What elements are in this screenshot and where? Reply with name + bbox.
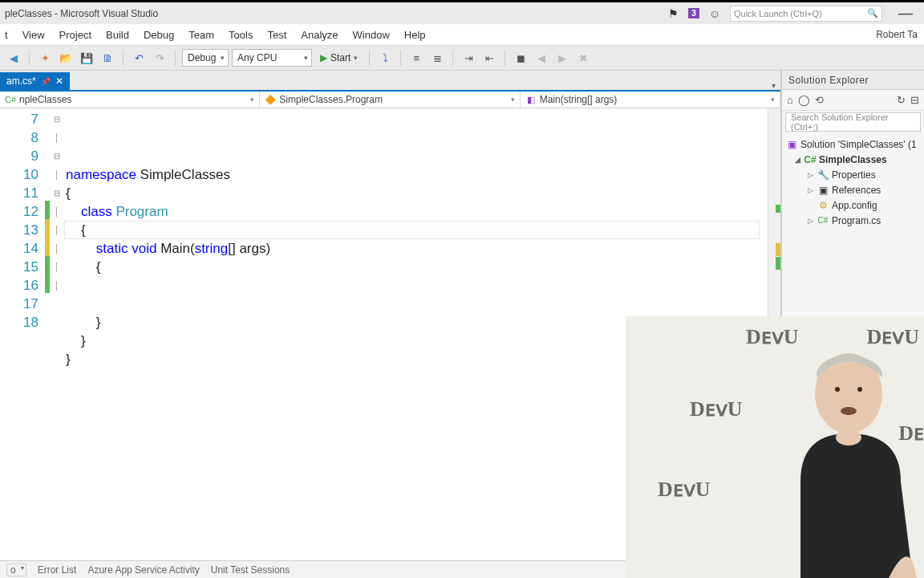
search-icon: 🔍 <box>867 8 878 18</box>
undo-button[interactable]: ↶ <box>130 49 148 67</box>
expand-icon[interactable]: ▷ <box>806 186 814 194</box>
prev-bookmark-button[interactable]: ◀ <box>533 49 550 67</box>
refresh-icon[interactable]: ↻ <box>897 94 906 106</box>
method-icon: ◧ <box>525 94 537 105</box>
start-label: Start <box>330 52 351 63</box>
user-name-label[interactable]: Robert Ta <box>876 29 918 40</box>
status-tab[interactable]: Unit Test Sessions <box>211 564 290 576</box>
file-tab-active[interactable]: am.cs* 📌 ✕ <box>0 72 70 90</box>
start-button[interactable]: ▶ Start ▾ <box>315 52 363 63</box>
feedback-icon[interactable]: ☺ <box>709 7 720 20</box>
comment-button[interactable]: ≡ <box>407 49 425 67</box>
clear-bookmark-button[interactable]: ✖ <box>574 49 592 67</box>
menu-item[interactable]: Build <box>106 29 129 41</box>
menu-item[interactable]: View <box>22 29 45 41</box>
tree-item[interactable]: ▷ 🔧 Properties <box>782 167 924 182</box>
collapse-icon[interactable]: ⊟ <box>910 94 919 106</box>
presenter-figure <box>752 337 921 578</box>
bookmark-button[interactable]: ◼ <box>512 49 529 67</box>
class-icon: 🔶 <box>265 94 276 105</box>
expand-icon[interactable]: ▷ <box>806 171 814 179</box>
feedback-flag-icon[interactable]: ⚑ <box>668 7 679 20</box>
nav-back-button[interactable]: ◀ <box>5 49 22 67</box>
minimize-button[interactable]: — <box>898 5 913 22</box>
svg-point-4 <box>841 407 857 415</box>
uncomment-button[interactable]: ≣ <box>428 49 446 67</box>
context-class-dropdown[interactable]: 🔶 SimpleClasses.Program <box>260 92 520 108</box>
tree-item[interactable]: ▷ C# Program.cs <box>782 213 924 228</box>
svg-point-2 <box>835 387 840 392</box>
status-dropdown[interactable]: o <box>6 564 26 576</box>
play-icon: ▶ <box>320 52 327 63</box>
pin-icon[interactable]: 📌 <box>41 77 51 86</box>
solution-explorer-title: Solution Explorer <box>782 71 924 90</box>
properties-icon: 🔧 <box>817 169 829 181</box>
menu-item[interactable]: Analyze <box>301 29 338 41</box>
step-button[interactable]: ⤵ <box>376 49 394 67</box>
line-number-gutter: 789101112131415161718 <box>0 108 45 560</box>
svg-point-3 <box>857 387 862 392</box>
menu-item[interactable]: Debug <box>144 29 174 41</box>
config-dropdown[interactable]: Debug <box>182 49 229 67</box>
menu-item[interactable]: t <box>5 29 8 41</box>
next-bookmark-button[interactable]: ▶ <box>553 49 571 67</box>
quick-launch-input[interactable]: Quick Launch (Ctrl+Q) 🔍 <box>730 6 882 22</box>
file-tab-label: am.cs* <box>6 75 36 87</box>
solution-root[interactable]: ▣ Solution 'SimpleClasses' (1 <box>782 136 924 152</box>
csharp-project-icon: C# <box>804 154 817 165</box>
solution-search-placeholder: Search Solution Explorer (Ctrl+;) <box>791 112 915 132</box>
quick-launch-placeholder: Quick Launch (Ctrl+Q) <box>734 9 822 18</box>
tree-item[interactable]: ⚙ App.config <box>782 197 924 213</box>
menu-item[interactable]: Tools <box>229 29 253 41</box>
platform-dropdown[interactable]: Any CPU <box>232 49 312 67</box>
new-project-button[interactable]: ✦ <box>36 49 54 67</box>
tree-item[interactable]: ▷ ▣ References <box>782 182 924 197</box>
fold-column[interactable]: ⊟│⊟│⊟│││││ <box>50 108 64 560</box>
outdent-button[interactable]: ⇤ <box>480 49 498 67</box>
main-toolbar: ◀ ✦ 📂 💾 🗎 ↶ ↷ Debug Any CPU ▶ Start ▾ ⤵ … <box>0 45 924 71</box>
window-title: pleClasses - Microsoft Visual Studio <box>5 8 668 19</box>
back-icon[interactable]: ◯ <box>798 94 810 106</box>
solution-search-input[interactable]: Search Solution Explorer (Ctrl+;) <box>785 112 921 132</box>
svg-point-1 <box>836 429 861 446</box>
menu-item[interactable]: Project <box>59 29 91 41</box>
config-icon: ⚙ <box>817 200 829 211</box>
save-button[interactable]: 💾 <box>78 49 95 67</box>
context-namespace-dropdown[interactable]: C# npleClasses <box>0 92 260 108</box>
sync-icon[interactable]: ⟲ <box>815 94 824 106</box>
save-all-button[interactable]: 🗎 <box>99 49 116 67</box>
csharp-file-icon: C# <box>817 216 829 225</box>
csharp-icon: C# <box>5 94 16 105</box>
menu-bar: t View Project Build Debug Team Tools Te… <box>0 24 924 45</box>
menu-item[interactable]: Window <box>353 29 390 41</box>
expand-icon[interactable]: ◢ <box>793 156 801 164</box>
notification-badge[interactable]: 3 <box>688 8 699 18</box>
status-tab[interactable]: Error List <box>38 564 77 576</box>
open-file-button[interactable]: 📂 <box>57 49 75 67</box>
references-icon: ▣ <box>817 185 829 196</box>
close-tab-icon[interactable]: ✕ <box>55 75 63 87</box>
indent-button[interactable]: ⇥ <box>460 49 477 67</box>
editor-tab-row: am.cs* 📌 ✕ ▾ <box>0 71 780 90</box>
project-node[interactable]: ◢ C# SimpleClasses <box>782 152 924 167</box>
status-tab[interactable]: Azure App Service Activity <box>87 564 199 576</box>
redo-button[interactable]: ↷ <box>151 49 168 67</box>
home-icon[interactable]: ⌂ <box>787 94 793 106</box>
context-method-dropdown[interactable]: ◧ Main(string[] args) <box>521 92 780 108</box>
tab-overflow-button[interactable]: ▾ <box>767 81 780 90</box>
solution-toolbar: ⌂ ◯ ⟲ ↻ ⊟ <box>782 90 924 111</box>
solution-icon: ▣ <box>785 139 798 150</box>
menu-item[interactable]: Team <box>188 29 214 41</box>
expand-icon[interactable]: ▷ <box>806 217 814 225</box>
menu-item[interactable]: Test <box>267 29 286 41</box>
menu-item[interactable]: Help <box>404 29 426 41</box>
